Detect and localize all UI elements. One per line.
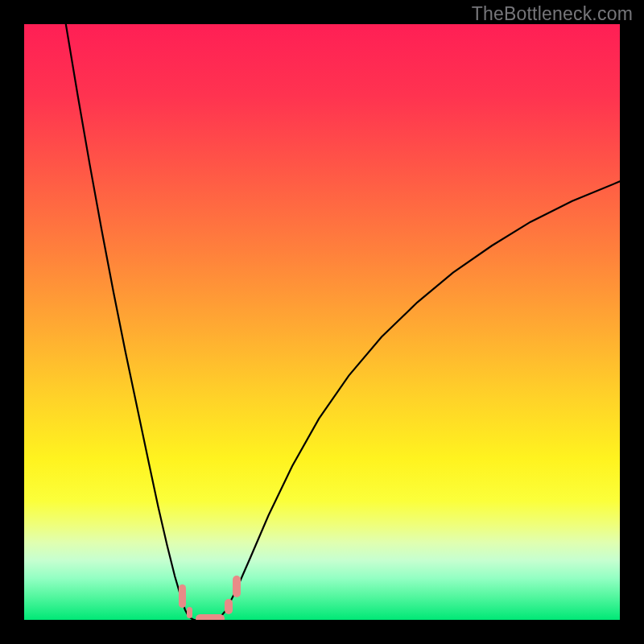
marker-right-lower [225,599,233,614]
plot-area [24,24,620,620]
marker-left-upper [179,584,186,609]
marker-valley [196,614,225,620]
curve-right [218,181,621,620]
marker-right-upper [233,576,241,597]
marker-left-lower [187,607,192,617]
chart-frame: TheBottleneck.com [0,0,644,644]
curve-left [66,24,194,620]
watermark-text: TheBottleneck.com [472,3,633,25]
curve-layer [24,24,620,620]
